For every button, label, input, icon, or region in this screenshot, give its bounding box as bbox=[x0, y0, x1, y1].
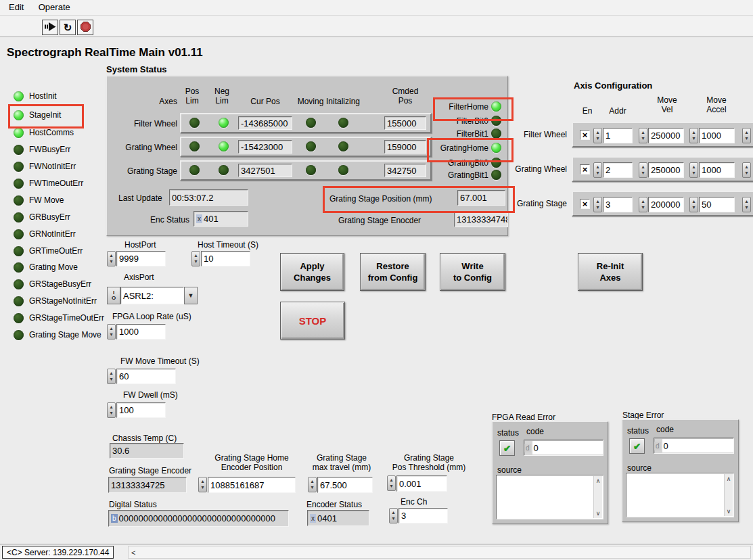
fpga-loop-rate-input[interactable] bbox=[116, 324, 166, 340]
fw-dwell-input[interactable] bbox=[116, 402, 166, 418]
axis-port-dropdown-button[interactable]: ▼ bbox=[184, 287, 198, 304]
cur-pos-header: Cur Pos bbox=[244, 97, 287, 106]
grating-stage-encoder-ind-label: Grating Stage Enocder bbox=[338, 216, 421, 225]
max-travel-spinner[interactable] bbox=[308, 477, 317, 492]
grstagebusyerr-led bbox=[14, 279, 24, 289]
neg-lim-led bbox=[219, 165, 229, 175]
check-icon: ✔ bbox=[633, 441, 641, 452]
source-label: source bbox=[627, 463, 652, 473]
status-bar: <C> Server: 139.229.170.44 < bbox=[0, 544, 753, 560]
addr-input[interactable] bbox=[603, 197, 633, 212]
move-vel-spinner[interactable] bbox=[639, 128, 647, 143]
enable-checkbox[interactable] bbox=[580, 199, 590, 209]
menu-bar: Edit Operate bbox=[0, 0, 753, 16]
move-accel-spinner[interactable] bbox=[689, 197, 698, 212]
fw-move-timeout-label: FW Move Timeout (S) bbox=[120, 356, 200, 366]
digital-status-value: 00000000000000000000000000000000 bbox=[119, 513, 275, 523]
error-code-value: 0 bbox=[532, 441, 603, 454]
home-encoder-position-spinner[interactable] bbox=[198, 477, 207, 492]
pos-threshold-input[interactable] bbox=[396, 475, 447, 492]
grating-wheel-config-row bbox=[572, 156, 753, 182]
continuous-run-button[interactable]: ↻ bbox=[60, 20, 76, 35]
fwtimeouterr-led bbox=[14, 179, 24, 189]
move-accel-spinner[interactable] bbox=[689, 128, 698, 143]
move-accel-input[interactable] bbox=[699, 128, 735, 143]
reinit-axes-button[interactable]: Re-Init Axes bbox=[578, 253, 643, 291]
host-timeout-input[interactable] bbox=[201, 251, 250, 266]
abort-button[interactable] bbox=[77, 20, 93, 35]
fw-dwell-spinner[interactable] bbox=[107, 402, 116, 418]
scroll-down-icon[interactable]: ∨ bbox=[596, 510, 601, 517]
axis-port-input[interactable]: ASRL2: bbox=[120, 287, 184, 304]
enc-ch-spinner[interactable] bbox=[389, 508, 398, 523]
stop-button[interactable]: STOP bbox=[280, 302, 345, 340]
menu-edit[interactable]: Edit bbox=[3, 0, 30, 14]
horizontal-scrollbar[interactable]: < bbox=[128, 546, 751, 559]
pos-threshold-spinner[interactable] bbox=[387, 475, 396, 491]
filterbit1-label: FilterBit1 bbox=[380, 129, 488, 139]
fpga-read-error-title: FPGA Read Error bbox=[492, 413, 555, 422]
enable-checkbox[interactable] bbox=[580, 164, 590, 174]
move-vel-input[interactable] bbox=[648, 128, 684, 143]
move-accel-spinner[interactable] bbox=[689, 162, 698, 178]
home-encoder-position-input[interactable] bbox=[208, 477, 296, 493]
addr-spinner[interactable] bbox=[593, 128, 602, 143]
extra-spinner[interactable] bbox=[742, 162, 751, 178]
write-to-config-button[interactable]: Write to Config bbox=[440, 253, 505, 291]
scroll-down-icon[interactable]: ∨ bbox=[727, 508, 731, 515]
host-port-label: HostPort bbox=[124, 240, 156, 250]
scroll-up-icon[interactable]: ∧ bbox=[727, 475, 731, 482]
addr-spinner[interactable] bbox=[593, 197, 602, 212]
move-accel-input[interactable] bbox=[699, 197, 735, 212]
grstagenotiniterr-led bbox=[14, 296, 24, 306]
enc-ch-input[interactable] bbox=[398, 508, 448, 523]
fpga-loop-rate-spinner[interactable] bbox=[107, 324, 116, 340]
source-scrollbar[interactable]: ∧ ∨ bbox=[593, 476, 602, 518]
extra-spinner[interactable] bbox=[742, 197, 751, 212]
code-label: code bbox=[526, 427, 544, 436]
host-port-input[interactable] bbox=[116, 251, 166, 266]
initializing-led bbox=[338, 118, 348, 128]
encoder-status-label: Encoder Status bbox=[306, 500, 362, 509]
source-scrollbar[interactable]: ∧ ∨ bbox=[724, 474, 733, 516]
moving-led bbox=[306, 141, 316, 151]
grstagetimeouterr-label: GRStageTimeOutErr bbox=[29, 313, 104, 323]
apply-changes-button[interactable]: Apply Changes bbox=[280, 253, 344, 291]
run-button[interactable] bbox=[42, 20, 58, 35]
menu-operate[interactable]: Operate bbox=[32, 0, 76, 14]
scroll-up-icon[interactable]: ∧ bbox=[596, 477, 601, 484]
grating-stage-encoder-label: Grating Stage Encoder bbox=[109, 466, 191, 475]
filter-wheel-row-label: Filter Wheel bbox=[110, 119, 177, 129]
fw-move-timeout-input[interactable] bbox=[116, 369, 176, 384]
grstagebusyerr-label: GRStageBusyErr bbox=[29, 279, 91, 289]
error-code-value: 0 bbox=[662, 439, 733, 452]
moving-led bbox=[306, 118, 316, 128]
fw-move-timeout-spinner[interactable] bbox=[107, 369, 116, 384]
addr-input[interactable] bbox=[603, 128, 633, 143]
addr-spinner[interactable] bbox=[593, 162, 602, 178]
addr-input[interactable] bbox=[603, 162, 633, 178]
scroll-left-icon[interactable]: < bbox=[131, 549, 135, 557]
moving-led bbox=[306, 165, 316, 175]
enable-checkbox[interactable] bbox=[580, 130, 590, 140]
led-row-hostinit: HostInit bbox=[14, 91, 57, 101]
extra-spinner[interactable] bbox=[742, 128, 751, 143]
fwnotiniterr-label: FWNotInitErr bbox=[29, 162, 76, 171]
restore-from-config-button[interactable]: Restore from Config bbox=[360, 253, 426, 291]
move-vel-spinner[interactable] bbox=[639, 162, 647, 178]
move-vel-header: Move Vel bbox=[646, 95, 688, 114]
move-vel-spinner[interactable] bbox=[639, 197, 647, 212]
host-port-spinner[interactable] bbox=[107, 251, 116, 266]
filterhome-led bbox=[491, 101, 501, 112]
binary-radix: b bbox=[111, 514, 118, 523]
error-code-field: d 0 bbox=[654, 438, 734, 454]
hex-radix: x bbox=[196, 214, 202, 223]
fwnotiniterr-led bbox=[14, 162, 24, 172]
cur-pos-field: 3427501 bbox=[238, 164, 292, 177]
move-vel-input[interactable] bbox=[648, 162, 684, 178]
max-travel-input[interactable] bbox=[317, 477, 373, 493]
move-vel-input[interactable] bbox=[648, 197, 684, 212]
fpga-read-error-cluster: status code ✔ d 0 source ∧ ∨ bbox=[492, 421, 608, 524]
move-accel-input[interactable] bbox=[699, 162, 735, 178]
host-timeout-spinner[interactable] bbox=[191, 251, 200, 266]
